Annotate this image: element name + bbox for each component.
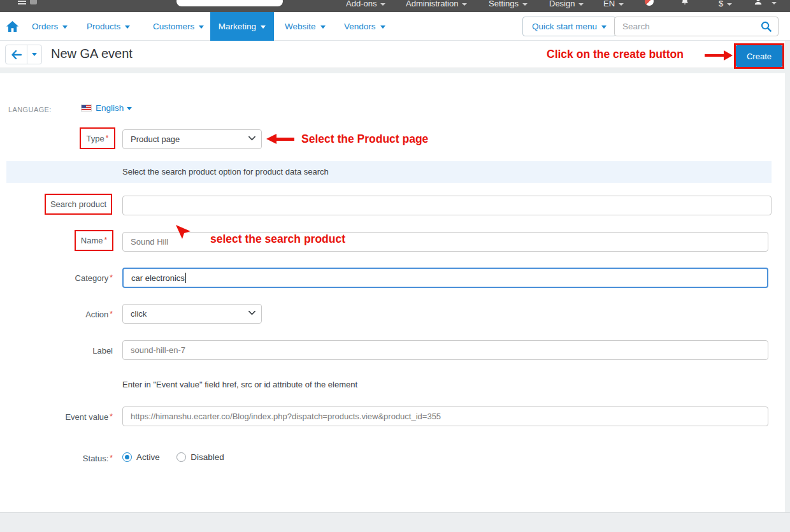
type-select[interactable]: Product page — [122, 129, 262, 149]
chevron-down-icon — [199, 25, 204, 29]
chevron-down-icon — [601, 25, 607, 29]
chevron-down-icon — [462, 3, 467, 6]
annotation-arrow-right-icon — [724, 50, 733, 61]
search-input[interactable] — [614, 17, 779, 36]
chevron-down-icon — [578, 3, 584, 6]
search-product-input[interactable] — [122, 196, 772, 215]
annotation-type-text: Select the Product page — [301, 133, 428, 146]
topbar-item-design[interactable]: Design — [549, 0, 584, 12]
annotation-name-label-box: Name* — [75, 230, 113, 251]
browser-search-overlay — [176, 0, 283, 6]
search-product-label: Search product — [50, 199, 106, 209]
status-radio-group: Active Disabled — [122, 451, 238, 463]
label-field-label: Label — [0, 346, 113, 356]
arrow-left-icon — [11, 50, 22, 59]
topbar-item-settings[interactable]: Settings — [489, 0, 528, 12]
back-history-dropdown[interactable] — [27, 45, 41, 64]
chevron-down-icon — [127, 107, 132, 110]
type-select-wrap: Product page — [122, 129, 262, 149]
annotation-search-product-label-box: Search product — [45, 194, 112, 215]
annotation-name-text: select the search product — [210, 233, 345, 246]
home-icon[interactable] — [6, 20, 18, 32]
label-input[interactable] — [122, 340, 768, 360]
status-disabled-radio[interactable] — [176, 452, 186, 462]
quick-start-menu-button[interactable]: Quick start menu — [522, 17, 616, 36]
chevron-down-icon — [32, 53, 37, 56]
category-input[interactable] — [122, 268, 768, 288]
nav-item-customers[interactable]: Customers — [153, 12, 204, 41]
us-flag-icon — [81, 104, 92, 111]
chevron-down-icon — [522, 3, 528, 6]
required-marker: * — [110, 412, 113, 421]
status-disabled-label: Disabled — [190, 452, 224, 462]
annotation-create-text: Click on the create button — [547, 48, 684, 61]
topbar-item-administration[interactable]: Administration — [406, 0, 467, 12]
create-button[interactable]: Create — [736, 45, 782, 67]
status-label: Status:* — [0, 454, 113, 463]
annotation-type-label-box: Type* — [80, 127, 115, 149]
currency-icon[interactable]: $ — [719, 0, 732, 12]
ga-event-form: LANGUAGE: English Type* Product page Sel… — [0, 73, 785, 512]
language-label: LANGUAGE: — [8, 106, 52, 113]
category-label: Category* — [0, 273, 113, 283]
topbar-language-selector[interactable]: EN — [603, 0, 624, 12]
status-active-radio[interactable] — [122, 452, 132, 462]
type-label: Type* — [87, 134, 109, 143]
page-title: New GA event — [51, 47, 133, 61]
required-marker: * — [104, 236, 108, 245]
chevron-down-icon — [380, 3, 385, 6]
menu-bars-icon[interactable] — [18, 0, 26, 4]
nav-item-products[interactable]: Products — [87, 12, 130, 41]
help-icon[interactable] — [645, 0, 654, 6]
action-label: Action* — [0, 310, 113, 319]
required-marker: * — [110, 273, 113, 282]
main-navbar: Orders Products Customers Marketing Webs… — [0, 12, 790, 41]
required-marker: * — [110, 310, 113, 319]
annotation-cursor-icon — [175, 224, 192, 243]
chevron-down-icon — [727, 3, 732, 6]
admin-search — [614, 17, 779, 36]
ga-event-admin-page: { "topbar": { "menu": ["Add-ons", "Admin… — [0, 0, 790, 532]
back-button[interactable] — [6, 45, 27, 64]
back-button-group — [5, 45, 42, 64]
chevron-down-icon — [62, 25, 68, 29]
event-value-hint: Enter in "Event value" field href, src o… — [122, 380, 357, 389]
chevron-down-icon — [772, 2, 777, 4]
required-marker: * — [110, 454, 113, 463]
search-icon[interactable] — [761, 21, 772, 32]
nav-item-website[interactable]: Website — [285, 12, 326, 41]
topbar-item-addons[interactable]: Add-ons — [346, 0, 385, 12]
annotation-create-highlight-box: Create — [734, 43, 784, 69]
nav-item-vendors[interactable]: Vendors — [344, 12, 385, 41]
page-header: New GA event Click on the create button … — [0, 41, 785, 68]
status-active-label: Active — [136, 452, 160, 462]
action-select-wrap: click — [122, 304, 262, 324]
event-value-input[interactable] — [122, 406, 768, 426]
annotation-arrow-line — [275, 138, 294, 141]
bell-icon[interactable] — [680, 0, 689, 6]
top-admin-bar: Add-ons Administration Settings Design E… — [0, 0, 790, 12]
app-grid-icon[interactable] — [30, 0, 37, 4]
chevron-down-icon — [380, 25, 385, 29]
event-value-label: Event value* — [0, 412, 113, 422]
nav-item-orders[interactable]: Orders — [32, 12, 68, 41]
user-icon[interactable] — [754, 0, 763, 6]
nav-item-marketing-active[interactable]: Marketing — [210, 12, 274, 41]
action-select[interactable]: click — [122, 304, 262, 324]
info-banner: Select the search product option for pro… — [6, 161, 772, 183]
chevron-down-icon — [619, 3, 624, 6]
language-selector[interactable]: English — [96, 103, 132, 113]
footer-band — [0, 512, 790, 532]
name-label: Name* — [81, 236, 107, 245]
chevron-down-icon — [320, 25, 326, 29]
text-cursor — [185, 273, 186, 283]
chevron-down-icon — [125, 25, 130, 29]
required-marker: * — [106, 134, 109, 143]
annotation-arrow-line — [705, 54, 725, 57]
chevron-down-icon — [261, 25, 266, 29]
